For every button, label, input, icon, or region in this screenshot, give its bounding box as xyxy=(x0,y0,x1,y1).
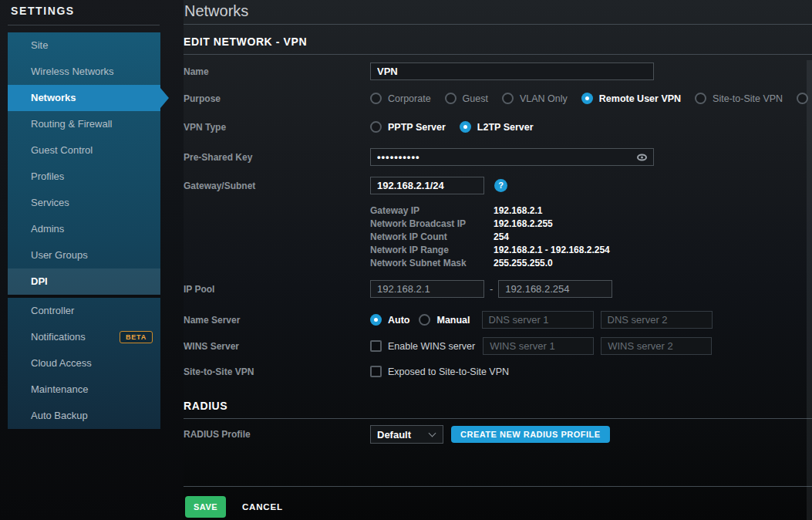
purpose-option-corporate[interactable]: Corporate xyxy=(370,93,431,104)
form-actions: SAVE CANCEL xyxy=(184,496,812,518)
dns-server-2-input[interactable] xyxy=(601,311,713,329)
vertical-scrollbar[interactable] xyxy=(807,60,812,520)
site-to-site-row: Site-to-Site VPN Exposed to Site-to-Site… xyxy=(184,365,812,378)
name-server-manual-radio[interactable]: Manual xyxy=(419,314,470,326)
header-divider xyxy=(184,24,812,25)
sidebar-item-guest-control[interactable]: Guest Control xyxy=(8,137,160,164)
vpn-type-option-pptp[interactable]: PPTP Server xyxy=(370,121,446,133)
sidebar-item-profiles[interactable]: Profiles xyxy=(8,164,160,190)
sidebar-item-user-groups[interactable]: User Groups xyxy=(8,242,160,268)
ip-pool-row: IP Pool - xyxy=(184,280,812,298)
purpose-row: Purpose Corporate Guest VLAN Only Remote… xyxy=(184,93,812,104)
radius-profile-label: RADIUS Profile xyxy=(184,429,370,440)
sidebar-item-site[interactable]: Site xyxy=(8,32,160,59)
sidebar-item-wireless-networks[interactable]: Wireless Networks xyxy=(8,59,160,85)
section-divider xyxy=(184,54,812,55)
sidebar-item-controller[interactable]: Controller xyxy=(8,298,160,324)
radio-checked-icon xyxy=(460,121,471,133)
sidebar-item-notifications[interactable]: Notifications BETA xyxy=(8,324,160,350)
network-name-input[interactable] xyxy=(370,62,654,80)
sidebar-item-cloud-access[interactable]: Cloud Access xyxy=(8,350,160,376)
radio-checked-icon xyxy=(581,93,593,104)
help-icon[interactable]: ? xyxy=(494,179,507,192)
network-info-row: Gateway IP 192.168.2.1 Network Broadcast… xyxy=(184,204,812,270)
save-button[interactable]: SAVE xyxy=(185,496,226,518)
radius-profile-selected-value: Default xyxy=(377,429,411,441)
pre-shared-key-row: Pre-Shared Key xyxy=(184,148,812,166)
radio-unchecked-icon xyxy=(445,93,457,104)
name-row: Name xyxy=(184,62,812,80)
settings-sidebar: SETTINGS Site Wireless Networks Networks… xyxy=(0,0,184,520)
info-row-ip-range: Network IP Range 192.168.2.1 - 192.168.2… xyxy=(370,244,610,257)
info-row-ip-count: Network IP Count 254 xyxy=(370,231,610,244)
gateway-subnet-label: Gateway/Subnet xyxy=(184,181,370,191)
name-server-row: Name Server Auto Manual xyxy=(184,311,812,329)
radio-unchecked-icon xyxy=(419,314,430,326)
ip-pool-start-input[interactable] xyxy=(370,280,484,298)
wins-server-1-input[interactable] xyxy=(483,337,594,355)
vpn-type-options: PPTP Server L2TP Server xyxy=(370,121,534,133)
ip-pool-end-input[interactable] xyxy=(498,280,612,298)
sidebar-divider xyxy=(8,25,160,25)
sidebar-item-dpi[interactable]: DPI xyxy=(8,268,160,295)
radius-profile-select[interactable]: Default xyxy=(370,425,443,444)
name-server-label: Name Server xyxy=(184,315,370,326)
sidebar-item-networks[interactable]: Networks xyxy=(8,85,160,111)
edit-network-section-title: EDIT NETWORK - VPN xyxy=(184,35,812,47)
gateway-subnet-input[interactable] xyxy=(370,177,484,194)
wins-server-row: WINS Server Enable WINS server xyxy=(184,337,812,355)
site-to-site-label: Site-to-Site VPN xyxy=(184,366,370,377)
dns-server-1-input[interactable] xyxy=(482,311,594,329)
network-info-block: Gateway IP 192.168.2.1 Network Broadcast… xyxy=(370,204,610,270)
create-radius-profile-button[interactable]: CREATE NEW RADIUS PROFILE xyxy=(451,426,610,443)
radius-section-title: RADIUS xyxy=(184,400,812,411)
ip-pool-range-separator: - xyxy=(490,283,493,295)
vpn-type-option-l2tp[interactable]: L2TP Server xyxy=(460,121,534,133)
gateway-subnet-row: Gateway/Subnet ? xyxy=(184,177,812,194)
exposed-site-to-site-label: Exposed to Site-to-Site VPN xyxy=(388,366,509,377)
info-row-subnet-mask: Network Subnet Mask 255.255.255.0 xyxy=(370,257,610,270)
purpose-option-guest[interactable]: Guest xyxy=(445,93,488,104)
wins-server-label: WINS Server xyxy=(184,341,370,352)
name-server-auto-radio[interactable]: Auto xyxy=(370,314,409,326)
pre-shared-key-field xyxy=(370,148,654,166)
wins-server-2-input[interactable] xyxy=(601,337,712,355)
cancel-button[interactable]: CANCEL xyxy=(242,502,283,512)
sidebar-item-auto-backup[interactable]: Auto Backup xyxy=(8,403,160,429)
radio-unchecked-icon xyxy=(502,93,514,104)
pre-shared-key-label: Pre-Shared Key xyxy=(184,152,370,163)
purpose-option-site-to-site-vpn[interactable]: Site-to-Site VPN xyxy=(695,93,783,104)
reveal-password-eye-icon[interactable] xyxy=(637,154,647,160)
sidebar-item-routing-firewall[interactable]: Routing & Firewall xyxy=(8,111,160,137)
sidebar-nav: Site Wireless Networks Networks Routing … xyxy=(8,32,160,429)
chevron-down-icon xyxy=(429,430,436,437)
name-label: Name xyxy=(184,66,370,77)
main-content: Networks EDIT NETWORK - VPN Name Purpose… xyxy=(184,0,812,520)
exposed-site-to-site-checkbox[interactable] xyxy=(370,366,382,377)
vpn-type-row: VPN Type PPTP Server L2TP Server xyxy=(184,121,812,133)
radio-unchecked-icon xyxy=(695,93,706,104)
info-row-broadcast-ip: Network Broadcast IP 192.168.2.255 xyxy=(370,218,610,231)
sidebar-item-label: Notifications xyxy=(31,324,86,350)
purpose-options: Corporate Guest VLAN Only Remote User VP… xyxy=(370,93,812,104)
sidebar-item-admins[interactable]: Admins xyxy=(8,216,160,242)
page-title: Networks xyxy=(184,0,812,24)
enable-wins-label: Enable WINS server xyxy=(388,341,475,352)
radius-divider xyxy=(184,418,812,419)
info-row-gateway-ip: Gateway IP 192.168.2.1 xyxy=(370,204,610,218)
vpn-type-label: VPN Type xyxy=(184,122,370,133)
radio-checked-icon xyxy=(370,314,382,326)
ip-pool-label: IP Pool xyxy=(184,284,370,295)
purpose-option-remote-user-vpn[interactable]: Remote User VPN xyxy=(581,93,681,104)
sidebar-title: SETTINGS xyxy=(11,5,75,17)
enable-wins-checkbox[interactable] xyxy=(370,340,382,352)
footer-divider xyxy=(184,486,812,487)
pre-shared-key-input[interactable] xyxy=(370,148,654,166)
radius-profile-row: RADIUS Profile Default CREATE NEW RADIUS… xyxy=(184,425,812,444)
purpose-label: Purpose xyxy=(184,93,370,104)
purpose-option-vlan-only[interactable]: VLAN Only xyxy=(502,93,568,104)
radio-unchecked-icon xyxy=(370,121,382,133)
sidebar-item-services[interactable]: Services xyxy=(8,190,160,216)
radio-unchecked-icon xyxy=(370,93,382,104)
sidebar-item-maintenance[interactable]: Maintenance xyxy=(8,376,160,403)
